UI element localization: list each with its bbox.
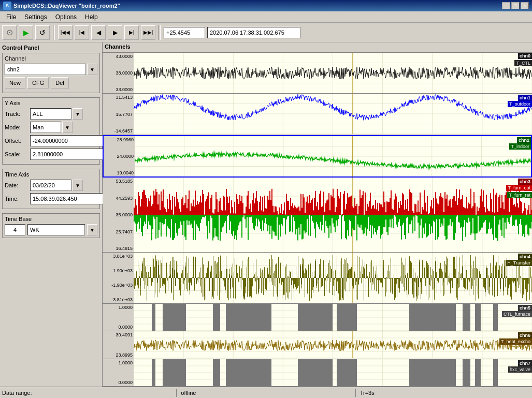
cfg-channel-button[interactable]: CFG <box>27 77 49 89</box>
timebase-unit-dropdown[interactable]: WK DY HR MN SC <box>27 224 85 235</box>
chart-chn1[interactable]: chn1 T_outdoor <box>134 94 532 134</box>
y-axis-chn2: 28.9960 24.0000 19.0040 <box>104 136 135 176</box>
y-max-chn0: 43.0000 <box>104 54 133 59</box>
y-max-chn4: 3.81e+03 <box>104 254 133 259</box>
prev-button[interactable]: |◀ <box>75 25 89 40</box>
channel-row-chn4[interactable]: 3.81e+03 1.90e+03 -1.90e+03 -3.81e+03 ch… <box>103 253 532 304</box>
offset-value-input[interactable] <box>30 135 107 146</box>
datetime-input[interactable] <box>207 27 300 38</box>
track-dropdown[interactable]: ALL chn0 chn1 <box>30 108 71 120</box>
time-base-group: Time Base WK DY HR MN SC ▼ <box>2 213 100 238</box>
mode-dropdown-arrow[interactable]: ▼ <box>62 122 73 133</box>
chn0-label: chn0 <box>518 53 532 59</box>
status-online: offline <box>181 390 351 396</box>
timebase-num-input[interactable] <box>5 224 25 235</box>
play-button[interactable]: ▶ <box>19 25 33 40</box>
chn1-label: chn1 <box>518 95 532 101</box>
channel-row-chn2[interactable]: 28.9960 24.0000 19.0040 chn2 T_indoor <box>103 135 532 178</box>
canvas-chn5 <box>134 304 532 331</box>
track-dropdown-arrow[interactable]: ▼ <box>73 108 83 120</box>
offset-input[interactable] <box>164 27 205 38</box>
reload-button[interactable]: ↺ <box>35 25 50 40</box>
time-axis-group: Time Axis Date: ▼ Time: <box>2 169 100 209</box>
menu-settings[interactable]: Settings <box>20 12 51 22</box>
y-max-chn1: 31.5413 <box>104 95 133 100</box>
back-button[interactable]: ◀ <box>91 25 106 40</box>
chart-chn7[interactable]: chn7 hxc_valve <box>134 359 532 386</box>
y-mid3-chn3: 25.7407 <box>104 229 133 234</box>
canvas-chn1 <box>134 94 532 134</box>
mode-dropdown[interactable]: Man Auto <box>30 122 61 133</box>
y-min-chn1: -14.6457 <box>104 128 133 134</box>
chn3-sublabel2: T_furn_ret <box>507 192 532 198</box>
y-min-chn0: 33.0000 <box>104 87 133 92</box>
channel-row-chn6[interactable]: 30.4091 23.8995 chn6 T_heat_excho <box>103 331 532 359</box>
next-button[interactable]: ▶| <box>124 25 139 40</box>
minimize-button[interactable]: _ <box>502 2 510 9</box>
chn6-sublabel: T_heat_excho <box>499 338 532 345</box>
channel-dropdown[interactable]: chn0 chn1 chn2 chn3 chn4 chn5 chn6 chn7 <box>5 64 86 75</box>
y-min-chn3: 16.4815 <box>104 246 133 251</box>
chn4-label: chn4 <box>518 254 532 260</box>
status-data-range: Data range: <box>2 390 172 396</box>
del-channel-button[interactable]: Del <box>51 77 69 89</box>
fwd-button[interactable]: ▶ <box>108 25 122 40</box>
channel-row-chn5[interactable]: 1.0000 0.0000 chn5 CTL_furnace <box>103 304 532 331</box>
chn6-label: chn6 <box>518 332 532 338</box>
track-label: Track: <box>5 111 28 117</box>
menu-options[interactable]: Options <box>51 12 81 22</box>
chart-chn4[interactable]: chn4 H_Transfer <box>134 253 532 303</box>
scale-value-input[interactable] <box>30 149 107 160</box>
toolbar-separator-1 <box>53 25 55 40</box>
channel-label: Channel <box>5 55 97 62</box>
y-mid-chn0: 38.0000 <box>104 70 133 76</box>
channel-row-chn1[interactable]: 31.5413 15.7707 -14.6457 chn1 T_outdoor <box>103 94 532 135</box>
chart-chn6[interactable]: chn6 T_heat_excho <box>134 331 532 358</box>
y-min-chn4: -3.81e+03 <box>104 297 133 302</box>
y-midn-chn4: -1.90e+03 <box>104 283 133 288</box>
refresh-button[interactable]: ⊙ <box>2 25 17 40</box>
chart-chn5[interactable]: chn5 CTL_furnace <box>134 304 532 331</box>
canvas-chn0 <box>134 53 532 93</box>
close-button[interactable]: × <box>521 2 529 9</box>
y-axis-chn4: 3.81e+03 1.90e+03 -1.90e+03 -3.81e+03 <box>103 253 134 303</box>
last-button[interactable]: ▶▶| <box>141 25 155 40</box>
menu-bar: File Settings Options Help <box>0 11 532 23</box>
menu-help[interactable]: Help <box>81 12 102 22</box>
maximize-button[interactable]: □ <box>511 2 520 9</box>
chn3-sublabel1: T_furn_out <box>506 185 532 191</box>
y-mid2-chn3: 44.2593 <box>104 196 133 201</box>
timebase-unit-arrow[interactable]: ▼ <box>87 224 97 235</box>
y-axis-chn6: 30.4091 23.8995 <box>103 331 134 358</box>
channel-row-chn3[interactable]: 53.5185 44.2593 35.0000 25.7407 16.4815 … <box>103 178 532 253</box>
y-mid-chn2: 24.0000 <box>105 154 134 159</box>
data-range-label: Data range: <box>2 390 32 396</box>
date-dropdown-arrow[interactable]: ▼ <box>73 180 83 191</box>
y-mid-chn1: 15.7707 <box>104 112 133 117</box>
date-input[interactable] <box>30 180 71 191</box>
time-input[interactable] <box>30 193 107 204</box>
y-max-chn6: 30.4091 <box>104 332 133 337</box>
chart-chn3[interactable]: chn3 T_furn_out T_furn_ret <box>134 178 532 252</box>
chart-chn0[interactable]: chn0 T_CTL <box>134 53 532 93</box>
y-min-chn5: 0.0000 <box>104 325 133 330</box>
first-button[interactable]: |◀◀ <box>58 25 73 40</box>
channel-row-chn0[interactable]: 43.0000 38.0000 33.0000 chn0 T_CTL <box>103 53 532 94</box>
offset-label: Offset: <box>5 138 28 144</box>
y-min-chn6: 23.8995 <box>104 352 133 358</box>
chn0-sublabel: T_CTL <box>514 60 532 66</box>
y-axis-chn7: 1.0000 0.0000 <box>103 359 134 386</box>
app-icon: S <box>3 2 11 10</box>
y-axis-chn1: 31.5413 15.7707 -14.6457 <box>103 94 134 134</box>
menu-file[interactable]: File <box>2 12 20 22</box>
status-text: offline <box>181 390 196 396</box>
main-area: Control Panel Channel chn0 chn1 chn2 chn… <box>0 42 532 387</box>
y-axis-chn5: 1.0000 0.0000 <box>103 304 134 331</box>
channel-row-chn7[interactable]: 1.0000 0.0000 chn7 hxc_valve <box>103 359 532 387</box>
canvas-chn7 <box>134 359 532 386</box>
chart-chn2[interactable]: chn2 T_indoor <box>135 136 531 176</box>
new-channel-button[interactable]: New <box>5 77 25 89</box>
y-mid-chn3: 35.0000 <box>104 212 133 217</box>
y-mid-chn4: 1.90e+03 <box>104 268 133 273</box>
channel-dropdown-arrow[interactable]: ▼ <box>87 64 97 75</box>
